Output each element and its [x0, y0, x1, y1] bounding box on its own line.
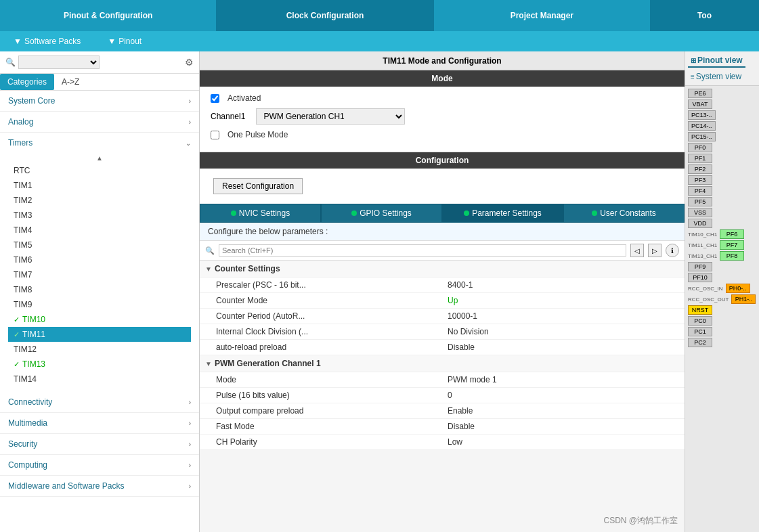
tab-parameter[interactable]: Parameter Settings: [442, 204, 563, 223]
params-prev-button[interactable]: ◁: [630, 244, 644, 257]
nav-software-packs[interactable]: ▼ Software Packs: [0, 37, 94, 46]
timer-tim4[interactable]: TIM4: [8, 223, 191, 238]
watermark: CSDN @鸿鹄工作室: [603, 515, 678, 527]
pin-pf1: PF1: [688, 154, 756, 163]
pin-pf5-btn[interactable]: PF5: [688, 197, 712, 206]
timer-tim13-label: TIM13: [22, 359, 45, 369]
timers-scroll-up[interactable]: ▲: [8, 153, 191, 163]
pin-pc1: PC1: [688, 327, 756, 336]
nav-tools[interactable]: Too: [651, 0, 759, 31]
tab-a-z[interactable]: A->Z: [54, 74, 87, 90]
sidebar-search-row: 🔍 ⚙: [0, 51, 199, 74]
pin-pf9-btn[interactable]: PF9: [688, 262, 712, 271]
pin-pf0: PF0: [688, 143, 756, 152]
pin-pe6-btn[interactable]: PE6: [688, 89, 712, 98]
pin-vbat-btn[interactable]: VBAT: [688, 99, 712, 109]
pwm-settings-group[interactable]: ▼ PWM Generation Channel 1: [200, 355, 685, 372]
pin-vss-btn[interactable]: VSS: [688, 208, 712, 217]
timer-tim1[interactable]: TIM1: [8, 178, 191, 193]
nav-project-manager[interactable]: Project Manager: [434, 0, 651, 31]
sidebar-tabs: Categories A->Z: [0, 74, 199, 91]
search-icon: 🔍: [5, 58, 16, 67]
timer-tim5[interactable]: TIM5: [8, 238, 191, 252]
nav-clock-config[interactable]: Clock Configuration: [217, 0, 433, 31]
chevron-system-core: ›: [189, 97, 191, 105]
timer-tim3[interactable]: TIM3: [8, 208, 191, 223]
pin-pf3-btn[interactable]: PF3: [688, 175, 712, 185]
counter-settings-group[interactable]: ▼ Counter Settings: [200, 261, 685, 278]
timer-tim11[interactable]: ✓ TIM11: [8, 327, 191, 342]
pin-ph1-btn[interactable]: PH1-..: [731, 294, 756, 304]
timer-tim1-label: TIM1: [14, 181, 32, 190]
params-search-icon: 🔍: [205, 246, 215, 255]
pin-ph1: RCC_OSC_OUT PH1-..: [688, 294, 756, 304]
tab-pinout-view[interactable]: ⊞ Pinout view: [688, 54, 745, 68]
one-pulse-checkbox[interactable]: [211, 131, 219, 139]
tab-system-view[interactable]: ≡ System view: [688, 70, 744, 83]
timer-tim2-label: TIM2: [14, 196, 32, 205]
timer-tim2[interactable]: TIM2: [8, 193, 191, 208]
sidebar-item-analog[interactable]: Analog ›: [0, 112, 199, 133]
gear-icon[interactable]: ⚙: [185, 57, 194, 68]
sidebar-item-system-core[interactable]: System Core ›: [0, 91, 199, 112]
timer-tim9[interactable]: TIM9: [8, 297, 191, 312]
timer-tim7[interactable]: TIM7: [8, 267, 191, 282]
pin-pf5: PF5: [688, 197, 756, 206]
nav-pinout-config[interactable]: Pinout & Configuration: [0, 0, 217, 31]
tab-gpio[interactable]: GPIO Settings: [321, 204, 442, 223]
pin-pc2-btn[interactable]: PC2: [688, 338, 712, 347]
pin-pf4: PF4: [688, 186, 756, 196]
timer-tim12[interactable]: TIM12: [8, 342, 191, 357]
activated-checkbox[interactable]: [211, 94, 219, 103]
timer-tim10[interactable]: ✓ TIM10: [8, 312, 191, 327]
pin-vdd: VDD: [688, 219, 756, 228]
pin-pc15-btn[interactable]: PC15-..: [688, 132, 716, 141]
tab-user-constants[interactable]: User Constants: [563, 204, 685, 223]
pin-pc1-btn[interactable]: PC1: [688, 327, 712, 336]
pin-pf0-btn[interactable]: PF0: [688, 143, 712, 152]
nav-pinout[interactable]: ▼ Pinout: [94, 37, 155, 46]
pin-pf6-btn[interactable]: PF6: [720, 229, 744, 239]
pin-pf10-btn[interactable]: PF10: [688, 273, 712, 282]
sidebar-item-security[interactable]: Security ›: [0, 434, 199, 455]
system-view-icon: ≡: [691, 73, 695, 81]
timer-tim6[interactable]: TIM6: [8, 252, 191, 267]
ph1-signal: RCC_OSC_OUT: [688, 296, 729, 303]
chevron-middleware: ›: [189, 483, 191, 490]
params-search-input[interactable]: [219, 244, 626, 257]
sidebar-item-connectivity[interactable]: Connectivity ›: [0, 392, 199, 413]
timer-tim14[interactable]: TIM14: [8, 372, 191, 386]
second-nav: ▼ Software Packs ▼ Pinout: [0, 31, 759, 51]
sidebar-item-middleware[interactable]: Middleware and Software Packs ›: [0, 476, 199, 497]
params-next-button[interactable]: ▷: [648, 244, 662, 257]
sidebar-search-select[interactable]: [18, 56, 100, 69]
pin-vss: VSS: [688, 208, 756, 217]
params-info-button[interactable]: ℹ: [666, 244, 679, 257]
pin-pf8-btn[interactable]: PF8: [720, 251, 744, 261]
pin-pc14-btn[interactable]: PC14-..: [688, 121, 716, 131]
pin-pf1-btn[interactable]: PF1: [688, 154, 712, 163]
pin-vdd-btn[interactable]: VDD: [688, 219, 712, 228]
pin-ph0-btn[interactable]: PH0-..: [726, 284, 750, 293]
pin-nrst-btn[interactable]: NRST: [688, 305, 712, 315]
activated-row: Activated: [211, 93, 674, 103]
pin-pc0-btn[interactable]: PC0: [688, 316, 712, 326]
timer-tim13[interactable]: ✓ TIM13: [8, 357, 191, 372]
channel1-select[interactable]: PWM Generation CH1 Disable Input Capture…: [256, 108, 405, 125]
sidebar-item-multimedia[interactable]: Multimedia ›: [0, 413, 199, 434]
pin-pc13: PC13-..: [688, 110, 756, 120]
pin-pf7-btn[interactable]: PF7: [720, 240, 744, 250]
sidebar-item-computing[interactable]: Computing ›: [0, 455, 199, 476]
sidebar-item-timers[interactable]: Timers ⌄: [0, 133, 199, 153]
pin-pc13-btn[interactable]: PC13-..: [688, 110, 716, 120]
timer-tim8[interactable]: TIM8: [8, 282, 191, 297]
pin-pf2-btn[interactable]: PF2: [688, 164, 712, 174]
timer-rtc[interactable]: RTC: [8, 163, 191, 178]
param-pulse: Pulse (16 bits value) 0: [200, 388, 685, 403]
pin-pf7: TIM11_CH1 PF7: [688, 240, 756, 250]
pin-pf4-btn[interactable]: PF4: [688, 186, 712, 196]
pf7-signal: TIM11_CH1: [688, 242, 717, 248]
tab-nvic[interactable]: NVIC Settings: [200, 204, 321, 223]
tab-categories[interactable]: Categories: [0, 74, 54, 90]
reset-config-button[interactable]: Reset Configuration: [213, 178, 303, 194]
